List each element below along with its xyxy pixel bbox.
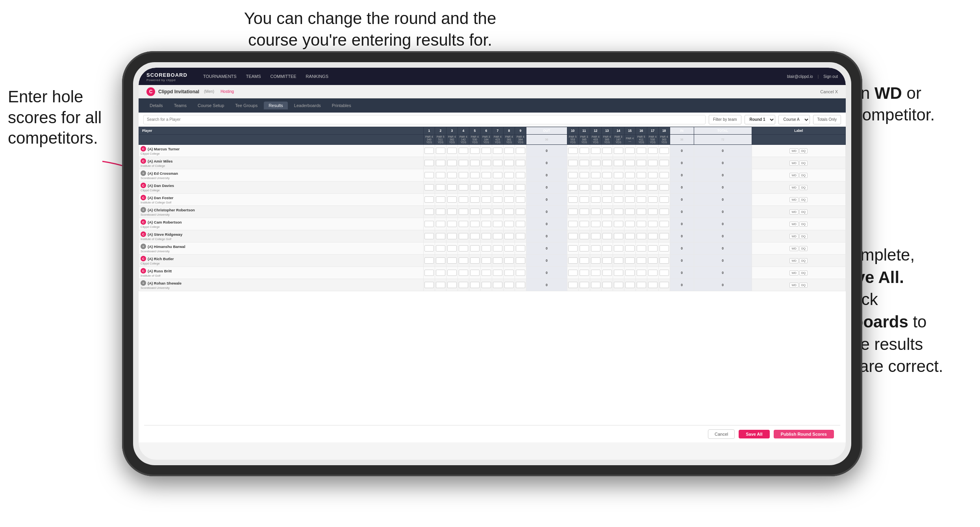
wd-button[interactable]: WD — [789, 161, 798, 166]
hole-2-cell[interactable] — [435, 157, 446, 169]
hole-9-cell[interactable] — [515, 242, 526, 255]
hole-14-cell[interactable] — [613, 169, 624, 181]
dq-button[interactable]: DQ — [799, 234, 808, 239]
hole-2-cell[interactable] — [435, 181, 446, 194]
hole-12-input[interactable] — [591, 282, 600, 288]
hole-13-input[interactable] — [602, 233, 612, 239]
hole-9-cell[interactable] — [515, 157, 526, 169]
hole-9-cell[interactable] — [515, 255, 526, 267]
hole-13-input[interactable] — [602, 160, 612, 166]
hole-16-input[interactable] — [637, 196, 646, 203]
hole-14-input[interactable] — [614, 148, 623, 154]
hole-17-cell[interactable] — [647, 157, 658, 169]
hole-16-input[interactable] — [637, 221, 646, 227]
hole-15-cell[interactable] — [624, 267, 635, 279]
hole-13-input[interactable] — [602, 257, 612, 264]
hole-2-cell[interactable] — [435, 218, 446, 230]
hole-2-cell[interactable] — [435, 169, 446, 181]
hole-11-input[interactable] — [580, 282, 589, 288]
hole-9-cell[interactable] — [515, 181, 526, 194]
hole-6-cell[interactable] — [480, 206, 492, 218]
hole-8-cell[interactable] — [503, 255, 515, 267]
hole-15-cell[interactable] — [624, 279, 635, 291]
breadcrumb-cancel[interactable]: Cancel X — [820, 89, 838, 94]
hole-10-cell[interactable] — [567, 242, 578, 255]
hole-3-input[interactable] — [447, 233, 457, 239]
wd-button[interactable]: WD — [789, 185, 798, 190]
hole-14-input[interactable] — [614, 160, 623, 166]
hole-16-cell[interactable] — [635, 181, 647, 194]
hole-3-input[interactable] — [447, 221, 457, 227]
hole-10-input[interactable] — [568, 257, 578, 264]
hole-17-input[interactable] — [648, 233, 658, 239]
hole-12-cell[interactable] — [590, 279, 601, 291]
cancel-button[interactable]: Cancel — [708, 429, 735, 439]
hole-10-cell[interactable] — [567, 230, 578, 242]
hole-2-input[interactable] — [436, 221, 445, 227]
hole-13-input[interactable] — [602, 184, 612, 190]
hole-13-cell[interactable] — [601, 145, 613, 157]
dq-button[interactable]: DQ — [799, 148, 808, 153]
hole-9-input[interactable] — [516, 270, 525, 276]
hole-1-cell[interactable] — [423, 157, 435, 169]
hole-4-input[interactable] — [459, 233, 468, 239]
hole-3-input[interactable] — [447, 245, 457, 251]
hole-16-cell[interactable] — [635, 230, 647, 242]
hole-10-input[interactable] — [568, 245, 578, 251]
hole-14-cell[interactable] — [613, 206, 624, 218]
hole-18-input[interactable] — [660, 209, 669, 215]
hole-13-input[interactable] — [602, 172, 612, 178]
nav-rankings[interactable]: RANKINGS — [306, 74, 328, 79]
hole-18-cell[interactable] — [658, 169, 670, 181]
hole-9-input[interactable] — [516, 257, 525, 264]
hole-16-cell[interactable] — [635, 218, 647, 230]
hole-4-input[interactable] — [459, 148, 468, 154]
hole-9-input[interactable] — [516, 245, 525, 251]
hole-8-input[interactable] — [504, 282, 514, 288]
hole-5-cell[interactable] — [469, 218, 480, 230]
nav-teams[interactable]: TEAMS — [246, 74, 261, 79]
hole-7-input[interactable] — [493, 196, 502, 203]
hole-2-input[interactable] — [436, 233, 445, 239]
hole-5-input[interactable] — [470, 148, 480, 154]
hole-13-cell[interactable] — [601, 279, 613, 291]
hole-1-cell[interactable] — [423, 279, 435, 291]
hole-7-cell[interactable] — [492, 218, 503, 230]
hole-11-cell[interactable] — [578, 230, 590, 242]
hole-5-cell[interactable] — [469, 206, 480, 218]
totals-only-button[interactable]: Totals Only — [813, 115, 841, 124]
hole-8-input[interactable] — [504, 257, 514, 264]
hole-1-cell[interactable] — [423, 181, 435, 194]
hole-15-input[interactable] — [625, 233, 635, 239]
hole-13-cell[interactable] — [601, 194, 613, 206]
hole-6-input[interactable] — [482, 257, 491, 264]
hole-5-input[interactable] — [470, 257, 480, 264]
hole-18-input[interactable] — [660, 270, 669, 276]
dq-button[interactable]: DQ — [799, 283, 808, 288]
hole-2-input[interactable] — [436, 148, 445, 154]
hole-13-input[interactable] — [602, 221, 612, 227]
hole-17-cell[interactable] — [647, 267, 658, 279]
hole-11-input[interactable] — [580, 270, 589, 276]
hole-8-input[interactable] — [504, 233, 514, 239]
hole-2-input[interactable] — [436, 209, 445, 215]
hole-5-input[interactable] — [470, 172, 480, 178]
hole-17-cell[interactable] — [647, 218, 658, 230]
hole-14-cell[interactable] — [613, 279, 624, 291]
hole-13-cell[interactable] — [601, 169, 613, 181]
hole-6-input[interactable] — [482, 282, 491, 288]
hole-6-cell[interactable] — [480, 279, 492, 291]
hole-7-cell[interactable] — [492, 230, 503, 242]
hole-2-input[interactable] — [436, 282, 445, 288]
hole-12-cell[interactable] — [590, 181, 601, 194]
hole-13-cell[interactable] — [601, 206, 613, 218]
hole-11-cell[interactable] — [578, 181, 590, 194]
hole-15-cell[interactable] — [624, 230, 635, 242]
hole-14-input[interactable] — [614, 172, 623, 178]
hole-11-input[interactable] — [580, 257, 589, 264]
hole-1-input[interactable] — [424, 257, 434, 264]
hole-1-cell[interactable] — [423, 267, 435, 279]
hole-15-cell[interactable] — [624, 181, 635, 194]
hole-17-input[interactable] — [648, 245, 658, 251]
hole-4-cell[interactable] — [458, 169, 469, 181]
